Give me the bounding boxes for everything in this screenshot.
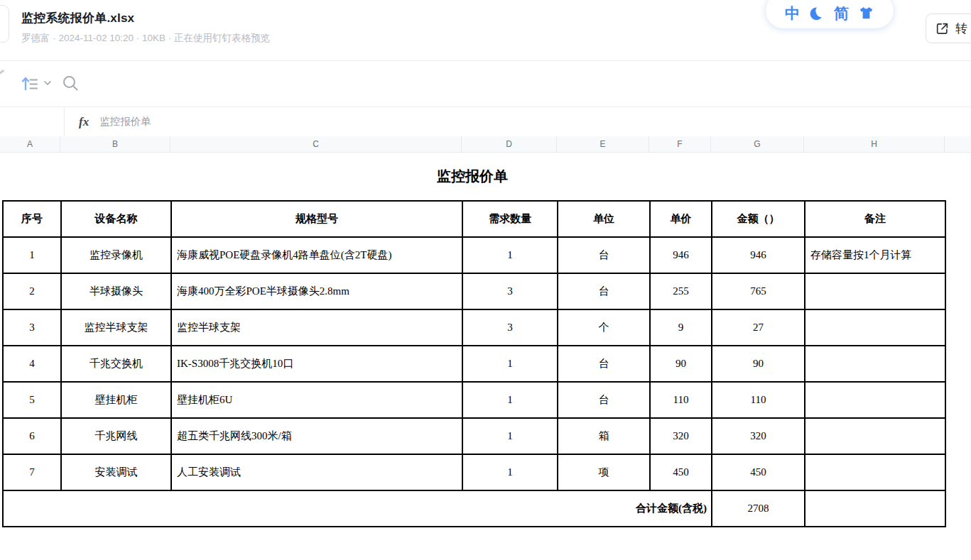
totals-amount-cell[interactable]: 2708 xyxy=(712,490,805,527)
cell[interactable]: 4 xyxy=(3,346,61,382)
cell[interactable] xyxy=(805,418,945,454)
cell[interactable]: 320 xyxy=(650,418,712,454)
cell[interactable]: 壁挂机柜6U xyxy=(171,382,462,418)
name-box[interactable] xyxy=(0,107,65,136)
export-button[interactable]: 转 xyxy=(926,13,971,43)
cell[interactable]: 110 xyxy=(712,382,805,418)
sheet-title-cell[interactable]: 监控报价单 xyxy=(0,153,945,200)
table-row: 1监控录像机海康威视POE硬盘录像机4路单盘位(含2T硬盘)1台946946存储… xyxy=(3,237,945,273)
cell[interactable]: 90 xyxy=(650,346,712,382)
header-cell-no[interactable]: 序号 xyxy=(3,201,61,237)
cell[interactable]: 320 xyxy=(712,418,805,454)
cell[interactable]: 765 xyxy=(712,273,805,309)
toolbar xyxy=(0,61,971,107)
search-button[interactable] xyxy=(62,75,80,95)
cell[interactable]: 255 xyxy=(650,273,712,309)
theme-shirt-icon[interactable] xyxy=(858,5,874,21)
cell[interactable]: 超五类千兆网线300米/箱 xyxy=(171,418,462,454)
cell[interactable]: 7 xyxy=(3,454,61,490)
simplified-chinese-button[interactable]: 简 xyxy=(834,6,849,21)
cell[interactable]: 1 xyxy=(462,418,558,454)
column-header-rest[interactable] xyxy=(945,136,971,152)
cell[interactable]: 946 xyxy=(712,237,805,273)
cell[interactable]: 人工安装调试 xyxy=(171,454,462,490)
cell[interactable]: 壁挂机柜 xyxy=(61,382,171,418)
column-header-d[interactable]: D xyxy=(462,136,557,152)
header-cell-qty[interactable]: 需求数量 xyxy=(462,201,558,237)
cell[interactable] xyxy=(805,309,945,346)
cell[interactable]: 27 xyxy=(712,309,805,346)
cell[interactable]: 监控半球支架 xyxy=(61,309,171,346)
cell[interactable]: 1 xyxy=(3,237,61,273)
column-header-h[interactable]: H xyxy=(804,136,945,152)
column-header-b[interactable]: B xyxy=(60,136,170,152)
cell[interactable]: 台 xyxy=(558,273,650,309)
cell[interactable]: 1 xyxy=(462,454,558,490)
column-header-e[interactable]: E xyxy=(557,136,649,152)
column-header-c[interactable]: C xyxy=(170,136,462,152)
cell[interactable]: 箱 xyxy=(558,418,650,454)
translate-widget[interactable]: 中 简 xyxy=(765,0,894,29)
table-row: 7安装调试人工安装调试1项450450 xyxy=(3,454,945,490)
cell[interactable]: 1 xyxy=(462,382,558,418)
cell[interactable]: 个 xyxy=(558,309,650,346)
cell[interactable] xyxy=(805,346,945,382)
sheet-area: 监控报价单 序号 设备名称 规格型号 需求数量 单位 单价 金额（） 备注 1监… xyxy=(0,153,971,560)
table-row: 5壁挂机柜壁挂机柜6U1台110110 xyxy=(3,382,945,418)
share-external-icon xyxy=(935,21,950,36)
cell[interactable]: 监控半球支架 xyxy=(171,309,462,346)
cell[interactable]: 千兆交换机 xyxy=(61,346,171,382)
sort-ascending-icon xyxy=(20,73,40,93)
column-header-a[interactable]: A xyxy=(0,136,60,152)
cell[interactable]: 2 xyxy=(3,273,61,309)
cell[interactable]: 3 xyxy=(462,273,558,309)
cell[interactable]: 半球摄像头 xyxy=(61,273,171,309)
column-header-f[interactable]: F xyxy=(649,136,711,152)
cell[interactable]: 项 xyxy=(558,454,650,490)
cell[interactable]: 5 xyxy=(3,382,61,418)
cell[interactable]: 1 xyxy=(462,237,558,273)
table-row: 3监控半球支架监控半球支架3个927 xyxy=(3,309,945,346)
cell[interactable]: 450 xyxy=(650,454,712,490)
cell[interactable]: 6 xyxy=(3,418,61,454)
formula-input[interactable]: 监控报价单 xyxy=(99,115,151,128)
cell[interactable]: 1 xyxy=(462,346,558,382)
cell[interactable] xyxy=(805,273,945,309)
cell[interactable]: 90 xyxy=(712,346,805,382)
translate-lang-button[interactable]: 中 xyxy=(785,6,800,21)
column-header-strip: A B C D E F G H xyxy=(0,136,971,153)
cell[interactable]: 海康400万全彩POE半球摄像头2.8mm xyxy=(171,273,462,309)
cell[interactable]: 千兆网线 xyxy=(61,418,171,454)
cell[interactable]: 3 xyxy=(3,309,61,346)
cell[interactable]: 9 xyxy=(650,309,712,346)
totals-label-cell[interactable]: 合计金额(含税) xyxy=(3,490,712,527)
cell[interactable]: 110 xyxy=(650,382,712,418)
cell[interactable]: 台 xyxy=(558,237,650,273)
cell[interactable]: 台 xyxy=(558,382,650,418)
cell[interactable]: 安装调试 xyxy=(61,454,171,490)
header-cell-note[interactable]: 备注 xyxy=(805,201,945,237)
cell[interactable] xyxy=(805,382,945,418)
header-cell-price[interactable]: 单价 xyxy=(650,201,712,237)
header-cell-spec[interactable]: 规格型号 xyxy=(171,201,462,237)
cell[interactable]: 存储容量按1个月计算 xyxy=(805,237,945,273)
cell[interactable]: 台 xyxy=(558,346,650,382)
sort-button[interactable] xyxy=(20,73,52,93)
header-cell-unit[interactable]: 单位 xyxy=(558,201,650,237)
fx-icon: fx xyxy=(79,115,89,129)
dark-mode-moon-icon[interactable] xyxy=(809,6,825,21)
cell[interactable]: 946 xyxy=(650,237,712,273)
totals-note-cell[interactable] xyxy=(805,490,945,527)
preview-header: 监控系统报价单.xlsx 罗德富 · 2024-11-02 10:20 · 10… xyxy=(0,0,971,61)
cell[interactable]: 海康威视POE硬盘录像机4路单盘位(含2T硬盘) xyxy=(171,237,462,273)
cell[interactable]: 监控录像机 xyxy=(61,237,171,273)
table-row: 6千兆网线超五类千兆网线300米/箱1箱320320 xyxy=(3,418,945,454)
header-cell-device[interactable]: 设备名称 xyxy=(61,201,171,237)
header-cell-amount[interactable]: 金额（） xyxy=(712,201,805,237)
file-meta: 罗德富 · 2024-11-02 10:20 · 10KB · 正在使用钉钉表格… xyxy=(21,32,270,45)
cell[interactable] xyxy=(805,454,945,490)
cell[interactable]: IK-S3008千兆交换机10口 xyxy=(171,346,462,382)
cell[interactable]: 3 xyxy=(462,309,558,346)
column-header-g[interactable]: G xyxy=(711,136,804,152)
cell[interactable]: 450 xyxy=(712,454,805,490)
